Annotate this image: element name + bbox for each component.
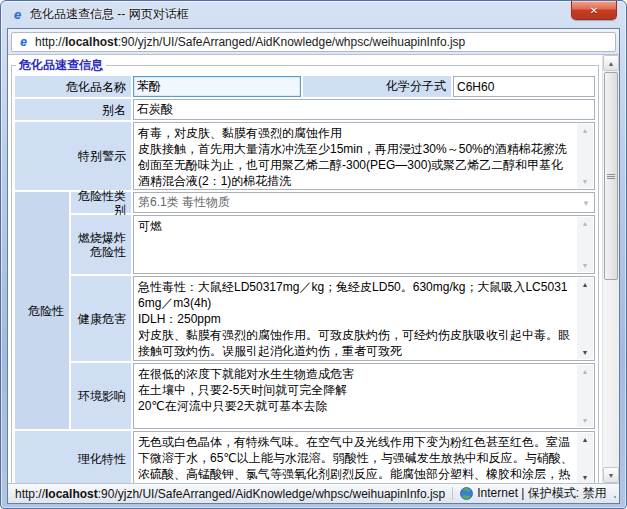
- scroll-down-button[interactable]: ▼: [603, 467, 619, 483]
- hazard-class-select[interactable]: 第6.1类 毒性物质 ▼: [133, 192, 595, 213]
- window-title: 危化品速查信息 -- 网页对话框: [30, 6, 189, 23]
- address-field[interactable]: e http://localhost:90/yjzh/UI/SafeArrang…: [11, 32, 616, 52]
- ie-icon: e: [10, 7, 25, 22]
- physchem-text: 无色或白色晶体，有特殊气味。在空气中及光线作用下变为粉红色甚至红色。室温下微溶于…: [138, 434, 574, 483]
- formula-label: 化学分子式: [303, 76, 451, 97]
- scroll-up-icon[interactable]: ▲: [582, 433, 589, 446]
- health-hazard-textarea[interactable]: 急性毒性：大鼠经LD50317mg／kg；兔经皮LD50。630mg/kg；大鼠…: [133, 276, 595, 361]
- health-hazard-text: 急性毒性：大鼠经LD50317mg／kg；兔经皮LD50。630mg/kg；大鼠…: [138, 279, 574, 360]
- page-scrollbar[interactable]: ▲ ▼: [602, 55, 619, 483]
- info-fieldset: 危化品速查信息 危化品名称 化学分子式 别名: [11, 65, 599, 483]
- scroll-down-icon[interactable]: ▼: [582, 471, 589, 483]
- scroll-up-icon[interactable]: ▲: [582, 124, 589, 137]
- scroll-up-button[interactable]: ▲: [603, 55, 619, 71]
- hazard-class-value: 第6.1类 毒性物质: [138, 194, 230, 211]
- globe-icon: [460, 487, 473, 500]
- status-zone: Internet | 保护模式: 禁用: [460, 485, 606, 502]
- status-bar: http://localhost:90/yjzh/UI/SafeArranged…: [8, 483, 619, 503]
- section-title: 危化品速查信息: [16, 58, 106, 72]
- scroll-up-icon[interactable]: ▲: [582, 278, 589, 291]
- scroll-down-icon: ▼: [608, 472, 615, 479]
- environment-label: 环境影响: [71, 363, 131, 429]
- scroll-down-icon[interactable]: ▼: [582, 414, 589, 427]
- special-warning-textarea[interactable]: 有毒，对皮肤、黏膜有强烈的腐蚀作用 皮肤接触，首先用大量清水冲洗至少15min，…: [133, 122, 595, 190]
- address-url: http://localhost:90/yjzh/UI/SafeArranged…: [35, 35, 465, 49]
- scroll-down-icon[interactable]: ▼: [582, 346, 589, 359]
- alias-input[interactable]: [133, 99, 595, 120]
- page-favicon-ie-icon: e: [17, 35, 30, 48]
- form-page: 危化品速查信息 危化品名称 化学分子式 别名: [8, 55, 602, 483]
- health-hazard-label: 健康危害: [71, 276, 131, 361]
- formula-input[interactable]: [453, 76, 595, 97]
- dialog-window: e 危化品速查信息 -- 网页对话框 ✕ e http://localhost:…: [0, 0, 627, 509]
- physchem-label: 理化特性: [15, 431, 131, 483]
- scrollbar-grip-icon: [607, 176, 615, 177]
- fire-explosion-text: 可燃: [138, 218, 574, 273]
- fire-explosion-textarea[interactable]: 可燃 ▲ ▼: [133, 215, 595, 274]
- scroll-down-icon[interactable]: ▼: [582, 259, 589, 272]
- environment-text: 在很低的浓度下就能对水生生物造成危害 在土壤中，只要2-5天时间就可完全降解 2…: [138, 366, 574, 428]
- special-warning-label: 特别警示: [15, 122, 131, 190]
- fire-explosion-label: 燃烧爆炸危险性: [71, 215, 131, 274]
- fire-explosion-scrollbar[interactable]: ▲ ▼: [577, 217, 593, 272]
- scroll-down-icon[interactable]: ▼: [582, 175, 589, 188]
- hazard-class-label: 危险性类别: [71, 192, 131, 213]
- special-warning-scrollbar[interactable]: ▲ ▼: [577, 124, 593, 188]
- alias-label: 别名: [15, 99, 131, 120]
- environment-textarea[interactable]: 在很低的浓度下就能对水生生物造成危害 在土壤中，只要2-5天时间就可完全降解 2…: [133, 363, 595, 429]
- scrollbar-thumb[interactable]: [604, 72, 618, 280]
- close-icon: ✕: [590, 5, 598, 16]
- status-url: http://localhost:90/yjzh/UI/SafeArranged…: [15, 487, 445, 501]
- health-hazard-scrollbar[interactable]: ▲ ▼: [577, 278, 593, 359]
- chevron-down-icon: ▼: [582, 199, 590, 208]
- physchem-textarea[interactable]: 无色或白色晶体，有特殊气味。在空气中及光线作用下变为粉红色甚至红色。室温下微溶于…: [133, 431, 595, 483]
- info-table: 危化品名称 化学分子式 别名 特别警示: [15, 76, 595, 483]
- scroll-up-icon: ▲: [608, 60, 615, 67]
- scroll-up-icon[interactable]: ▲: [582, 365, 589, 378]
- hazard-group-label: 危险性: [15, 192, 69, 429]
- name-label: 危化品名称: [15, 76, 131, 97]
- title-bar: e 危化品速查信息 -- 网页对话框 ✕: [7, 1, 620, 28]
- status-separator: [452, 487, 453, 500]
- environment-scrollbar[interactable]: ▲ ▼: [577, 365, 593, 427]
- close-button[interactable]: ✕: [571, 1, 617, 20]
- status-zone-text: Internet | 保护模式: 禁用: [477, 485, 606, 502]
- physchem-scrollbar[interactable]: ▲ ▼: [577, 433, 593, 483]
- resize-grip-icon[interactable]: [613, 489, 619, 499]
- address-bar: e http://localhost:90/yjzh/UI/SafeArrang…: [8, 29, 619, 55]
- alias-field-wrap: [133, 99, 595, 120]
- name-formula-row: 化学分子式: [133, 76, 595, 97]
- page-content: 危化品速查信息 危化品名称 化学分子式 别名: [8, 55, 619, 483]
- dialog-client-area: e http://localhost:90/yjzh/UI/SafeArrang…: [7, 28, 620, 504]
- special-warning-text: 有毒，对皮肤、黏膜有强烈的腐蚀作用 皮肤接触，首先用大量清水冲洗至少15min，…: [138, 125, 574, 189]
- name-input[interactable]: [133, 76, 301, 97]
- scroll-up-icon[interactable]: ▲: [582, 217, 589, 230]
